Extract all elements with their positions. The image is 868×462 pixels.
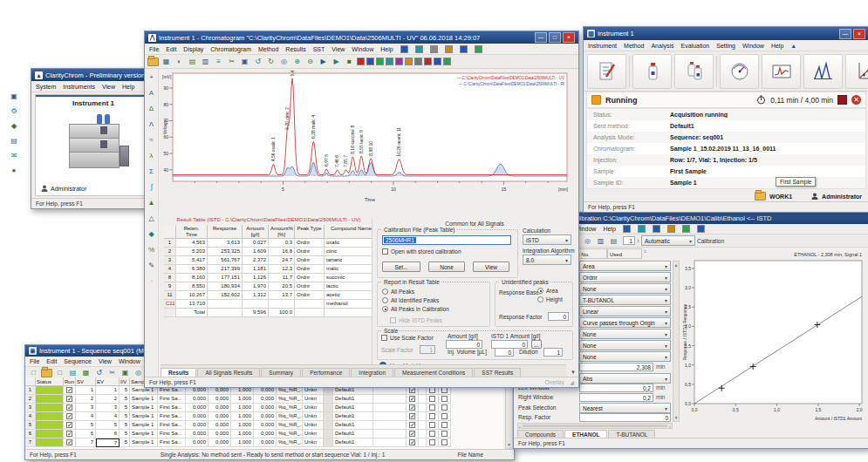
result-table[interactable]: Reten. Time [min]ResponseAmount [g/l]Amo…: [164, 225, 379, 317]
titlebar-main[interactable]: ▲ ClarityChrom - Preliminary version: [31, 69, 155, 81]
open-stored-calibration-checkbox[interactable]: [382, 248, 388, 255]
tabs-overflow-icon[interactable]: ▼: [571, 370, 576, 375]
menu-toolbar-icon[interactable]: [667, 225, 675, 233]
calibration-dropdown-curve-passes-through-origin[interactable]: Curve passes through Origin▾: [579, 317, 671, 328]
toolbar-icon[interactable]: ⊕: [291, 57, 303, 67]
menu-item-view[interactable]: View: [331, 46, 345, 52]
resp-factor-field[interactable]: 0: [579, 413, 671, 422]
sequence-checkbox[interactable]: [441, 413, 448, 419]
menu-toolbar-icon[interactable]: [405, 58, 413, 65]
sequence-checkbox[interactable]: ✓: [409, 404, 415, 411]
menu-toolbar-icon[interactable]: [386, 58, 393, 65]
chrom-tool-icon[interactable]: Δ: [146, 103, 157, 113]
menu-item-view[interactable]: View: [102, 84, 115, 90]
chromatogram-plot[interactable]: 40506070809051015[mV][min]TimeVoltage4,5…: [162, 71, 572, 203]
menu-toolbar-icon[interactable]: [414, 58, 422, 65]
sequence-checkbox[interactable]: [429, 396, 435, 402]
station-rail-icon[interactable]: ▣: [9, 91, 20, 101]
resize-grip-icon[interactable]: ◢: [570, 379, 574, 386]
run-checkbox[interactable]: ✓: [66, 404, 72, 411]
report-option[interactable]: All Identified Peaks: [382, 297, 439, 303]
toolbar-icon[interactable]: ▶: [318, 57, 329, 67]
response-base-option[interactable]: Height: [537, 296, 563, 302]
integration-dropdown[interactable]: 8.0▾: [523, 255, 571, 265]
minimize-button[interactable]: —: [535, 32, 547, 43]
sequence-checkbox[interactable]: [429, 387, 435, 393]
menu-toolbar-icon[interactable]: [443, 58, 451, 65]
menu-item-display[interactable]: Display: [183, 46, 203, 52]
chrom-tool-icon[interactable]: λ: [146, 150, 157, 160]
menu-item-view[interactable]: View: [99, 358, 112, 364]
sequence-checkbox[interactable]: ✓: [409, 431, 415, 437]
table-row[interactable]: 1110,267152,6021,31213,7Ordnracetic: [164, 291, 379, 300]
run-checkbox[interactable]: ✓: [66, 439, 72, 445]
toolbar-icon[interactable]: ◐: [174, 57, 185, 67]
sequence-checkbox[interactable]: [429, 404, 435, 411]
menu-item-window[interactable]: Window: [352, 46, 373, 52]
mobile-phase-icon[interactable]: [632, 54, 672, 89]
calibration-dropdown-area[interactable]: Area▾: [579, 261, 671, 271]
toolbar-icon[interactable]: ▤: [608, 235, 619, 246]
chrom-tool-icon[interactable]: ◆: [146, 228, 157, 239]
sequence-checkbox[interactable]: ✓: [409, 396, 415, 402]
sequence-row[interactable]: 5✓555Sample 1First Sa...0,0000,0001,0000…: [25, 421, 503, 430]
titlebar-instrument[interactable]: ▥ Instrument 1 — ×: [584, 27, 868, 40]
toolbar-icon[interactable]: ◎: [582, 235, 593, 246]
menu-toolbar-icon[interactable]: [475, 45, 482, 53]
chrom-tool-icon[interactable]: +: [146, 71, 157, 82]
chromatogram-peaks-icon[interactable]: [803, 54, 843, 89]
menu-toolbar-icon[interactable]: [653, 225, 660, 233]
table-row[interactable]: 98,550180,9341,97020,5Ordnrlactic: [164, 282, 379, 291]
hide-istd-checkbox[interactable]: [390, 317, 396, 323]
toolbar-icon[interactable]: ↺: [93, 368, 105, 378]
right-window-field[interactable]: 0,2: [579, 393, 653, 402]
station-rail-icon[interactable]: ●: [9, 165, 20, 175]
menu-item-help[interactable]: Help: [122, 84, 134, 90]
abort-button[interactable]: ✕: [851, 95, 861, 105]
calibration-dropdown-linear[interactable]: Linear▾: [579, 306, 671, 316]
menu-item-instrument[interactable]: Instrument: [588, 43, 617, 49]
chrom-tool-icon[interactable]: ▲: [146, 197, 157, 207]
calibration-curve-chart[interactable]: 0,00,51,01,52,02,53,03,50,00,51,01,52,0E…: [682, 248, 868, 427]
menu-item-setting[interactable]: Setting: [716, 43, 735, 49]
sequence-checkbox[interactable]: [441, 422, 448, 428]
sequence-checkbox[interactable]: [429, 413, 435, 419]
toolbar-icon[interactable]: ↺: [252, 57, 263, 67]
menu-item-analysis[interactable]: Analysis: [651, 43, 673, 49]
menu-toolbar-icon[interactable]: [682, 225, 690, 233]
sequence-bottles-icon[interactable]: [674, 54, 714, 89]
toolbar-icon[interactable]: ▦: [80, 368, 92, 378]
maximize-button[interactable]: □: [549, 32, 561, 43]
menu-toolbar-icon[interactable]: [424, 58, 432, 65]
sequence-checkbox[interactable]: [441, 439, 448, 445]
stop-button[interactable]: [837, 95, 847, 105]
open-folder-icon[interactable]: [147, 58, 159, 66]
left-window-field[interactable]: 0,2: [579, 384, 653, 392]
data-acquisition-icon[interactable]: [762, 54, 801, 89]
window-claritychrom-main[interactable]: ▲ ClarityChrom - Preliminary version Sys…: [31, 68, 156, 209]
view-button[interactable]: View: [473, 262, 509, 272]
menu-toolbar-icon[interactable]: [376, 58, 384, 65]
menu-toolbar-icon[interactable]: [400, 45, 408, 53]
report-option[interactable]: All Peaks in Calibration: [382, 306, 449, 312]
menu-item-help[interactable]: Help: [380, 46, 393, 52]
calibration-dropdown-none[interactable]: None▾: [579, 351, 671, 362]
chrom-tool-icon[interactable]: %: [146, 244, 157, 255]
toolbar-icon[interactable]: ◎: [278, 57, 290, 67]
tab-performance[interactable]: Performance: [302, 368, 350, 377]
calibration-dropdown-none[interactable]: None▾: [579, 340, 671, 350]
menu-item-window[interactable]: Window: [119, 358, 140, 364]
chrom-tool-icon[interactable]: Λ: [146, 119, 157, 129]
menu-item-edit[interactable]: Edit: [46, 358, 57, 364]
station-rail-icon[interactable]: ⚙: [9, 105, 20, 116]
calibration-dropdown-ordnr[interactable]: Ordnr▾: [579, 272, 671, 282]
sequence-row[interactable]: 4✓445Sample 1First Sa...0,0000,0001,0000…: [25, 412, 503, 421]
menu-item-file[interactable]: File: [30, 358, 39, 364]
menu-item-method[interactable]: Method: [258, 46, 278, 52]
sequence-checkbox[interactable]: ✓: [409, 439, 415, 445]
sequence-row[interactable]: 6✓665Sample 1First Sa...0,0000,0001,0000…: [25, 430, 503, 438]
spinner-icon[interactable]: ↕: [644, 248, 646, 259]
chrom-tool-icon[interactable]: ≈: [146, 134, 157, 145]
calibration-dropdown-none[interactable]: None▾: [579, 329, 671, 339]
menu-toolbar-icon[interactable]: [395, 58, 403, 65]
